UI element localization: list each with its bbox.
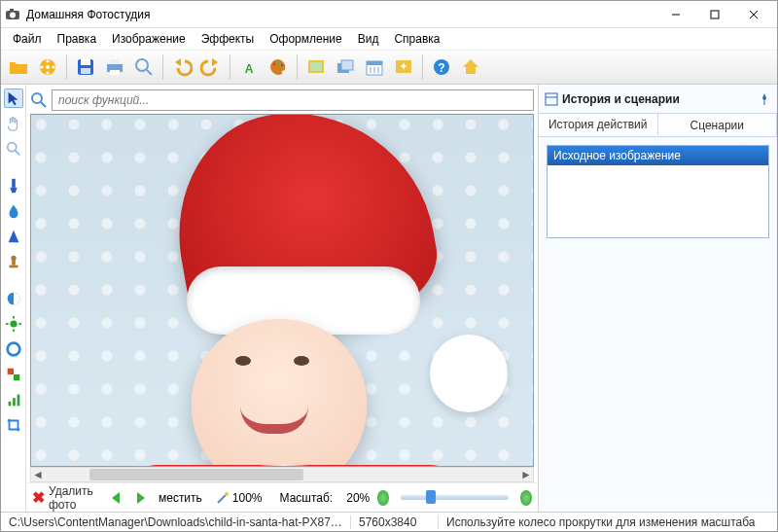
layers-button[interactable] xyxy=(332,53,359,81)
svg-marker-64 xyxy=(137,492,145,504)
search-button[interactable] xyxy=(130,53,158,81)
menu-effects[interactable]: Эффекты xyxy=(194,30,263,48)
menu-view[interactable]: Вид xyxy=(350,30,387,48)
sharpen-tool-icon xyxy=(5,228,22,245)
brush-tool-button[interactable] xyxy=(4,176,23,195)
svg-point-10 xyxy=(46,71,49,74)
stamp-tool-button[interactable] xyxy=(4,252,23,271)
text-icon: A xyxy=(238,56,260,78)
svg-point-26 xyxy=(281,64,284,67)
layers-icon xyxy=(335,56,356,78)
menu-image[interactable]: Изображение xyxy=(104,30,194,48)
scale-label: Масштаб: xyxy=(280,491,334,505)
menu-help[interactable]: Справка xyxy=(386,30,447,48)
zoom-in-button[interactable] xyxy=(520,490,532,506)
canvas-horizontal-scrollbar[interactable]: ◄ ► xyxy=(30,467,534,482)
svg-rect-46 xyxy=(9,266,18,268)
sparkle-button[interactable] xyxy=(390,53,417,81)
print-button[interactable] xyxy=(101,53,128,81)
svg-text:?: ? xyxy=(438,61,444,75)
contrast-tool-button[interactable] xyxy=(4,289,23,308)
function-search-input[interactable] xyxy=(52,89,534,111)
right-panel: История и сценарии История действий Сцен… xyxy=(538,85,777,512)
effects-reel-button[interactable] xyxy=(34,53,61,81)
crop-tool-button[interactable] xyxy=(4,415,23,435)
zoom-tool-button[interactable] xyxy=(4,139,23,159)
levels-tool-button[interactable] xyxy=(4,390,23,409)
redo-button[interactable] xyxy=(197,53,225,81)
svg-rect-15 xyxy=(81,68,90,74)
tab-scenarios[interactable]: Сценарии xyxy=(658,114,778,136)
home-button[interactable] xyxy=(457,53,484,81)
svg-point-25 xyxy=(277,61,280,64)
scroll-left-arrow-icon[interactable]: ◄ xyxy=(31,468,45,481)
minimize-button[interactable] xyxy=(656,1,695,28)
svg-marker-63 xyxy=(112,492,120,504)
save-button[interactable] xyxy=(72,53,99,81)
scroll-right-arrow-icon[interactable]: ► xyxy=(519,468,533,481)
menu-file[interactable]: Файл xyxy=(5,30,50,48)
zoom-slider[interactable] xyxy=(401,495,509,500)
svg-point-11 xyxy=(40,65,43,68)
pin-icon[interactable] xyxy=(758,92,771,106)
sharpen-tool-button[interactable] xyxy=(4,227,23,246)
home-icon xyxy=(460,56,481,78)
svg-line-65 xyxy=(218,495,226,503)
help-button[interactable]: ? xyxy=(428,53,455,81)
sparkle-icon xyxy=(393,56,414,78)
next-photo-button[interactable] xyxy=(133,488,151,508)
fit-label[interactable]: местить xyxy=(159,491,202,505)
history-listbox[interactable]: Исходное изображение xyxy=(547,145,769,238)
svg-marker-21 xyxy=(175,58,181,66)
maximize-button[interactable] xyxy=(695,1,734,28)
function-search-row xyxy=(26,85,538,114)
svg-point-19 xyxy=(136,59,148,71)
print-icon xyxy=(104,56,125,78)
pointer-tool-button[interactable] xyxy=(4,89,23,108)
levels-tool-icon xyxy=(5,391,22,408)
undo-button[interactable] xyxy=(168,53,195,81)
svg-rect-60 xyxy=(17,395,19,407)
prev-photo-button[interactable] xyxy=(108,488,125,508)
titlebar: Домашняя Фотостудия xyxy=(1,1,777,28)
app-icon xyxy=(5,7,20,22)
replace-color-tool-button[interactable] xyxy=(4,365,23,384)
delete-photo-button[interactable]: ✖ Удалить фото xyxy=(32,484,100,512)
zoom-out-button[interactable] xyxy=(377,490,389,506)
frame-button[interactable] xyxy=(302,53,330,81)
menu-design[interactable]: Оформление xyxy=(262,30,349,48)
hand-tool-icon xyxy=(5,115,22,132)
calendar-button[interactable] xyxy=(361,53,388,81)
history-item-original[interactable]: Исходное изображение xyxy=(548,146,768,165)
palette-icon xyxy=(267,56,289,78)
status-file-path: C:\Users\ContentManager\Downloads\child-… xyxy=(1,515,351,529)
stamp-tool-icon xyxy=(5,253,22,270)
left-toolbox xyxy=(1,85,26,512)
palette-button[interactable] xyxy=(265,53,292,81)
open-folder-button[interactable] xyxy=(5,53,32,81)
svg-rect-14 xyxy=(81,59,90,65)
svg-point-9 xyxy=(46,59,49,62)
hand-tool-button[interactable] xyxy=(4,114,23,133)
image-canvas[interactable] xyxy=(30,114,534,467)
menu-edit[interactable]: Правка xyxy=(50,30,105,48)
search-icon xyxy=(30,91,48,109)
help-icon: ? xyxy=(431,56,452,78)
replace-color-tool-icon xyxy=(5,366,22,383)
close-button[interactable] xyxy=(734,1,773,28)
scroll-thumb[interactable] xyxy=(89,469,303,480)
status-bar: C:\Users\ContentManager\Downloads\child-… xyxy=(1,512,777,531)
svg-line-20 xyxy=(147,70,152,75)
drop-tool-button[interactable] xyxy=(4,201,23,221)
exposure-tool-icon xyxy=(5,315,22,333)
tab-history[interactable]: История действий xyxy=(539,114,658,136)
zoom-slider-knob[interactable] xyxy=(426,490,436,504)
svg-point-50 xyxy=(10,320,17,327)
main-toolbar: A? xyxy=(1,50,777,85)
zoom-100-button[interactable]: 100% xyxy=(216,491,263,505)
status-tip: Используйте колесо прокрутки для изменен… xyxy=(439,515,777,529)
exposure-tool-button[interactable] xyxy=(4,314,23,334)
text-button[interactable]: A xyxy=(235,53,263,81)
redo-icon xyxy=(200,56,222,78)
hue-tool-button[interactable] xyxy=(4,339,23,359)
